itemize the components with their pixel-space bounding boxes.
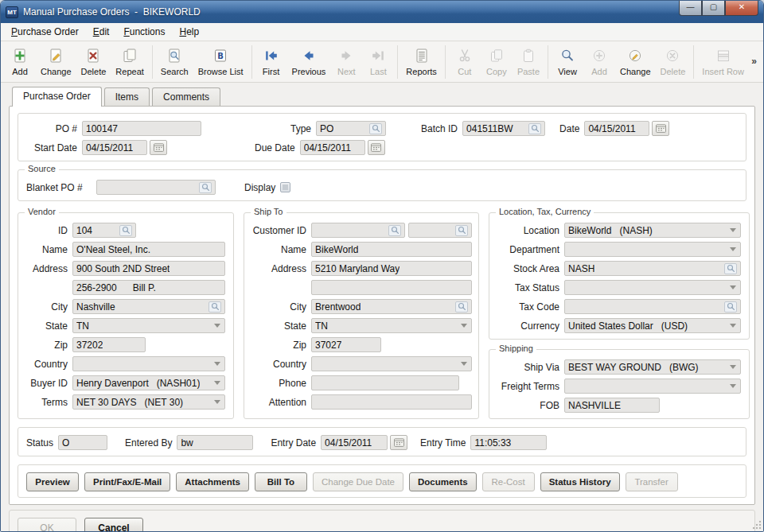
- phone-field[interactable]: [311, 375, 459, 390]
- customer-ship-id-lookup-icon[interactable]: [455, 225, 468, 236]
- due-date-field[interactable]: 04/15/2011: [300, 140, 365, 155]
- vendor-city-field[interactable]: Nashville: [72, 299, 225, 314]
- location-dropdown[interactable]: BikeWorld (NASH): [564, 223, 741, 238]
- maximize-button[interactable]: ▢: [702, 1, 725, 16]
- customer-ship-id-field[interactable]: [408, 223, 472, 238]
- ship-to-country-dropdown[interactable]: [311, 356, 472, 371]
- freight-terms-dropdown[interactable]: [564, 379, 741, 394]
- customer-id-lookup-icon[interactable]: [388, 225, 401, 236]
- type-field[interactable]: PO: [316, 121, 386, 136]
- resize-grip[interactable]: [752, 520, 762, 530]
- chevron-down-icon[interactable]: [729, 382, 737, 390]
- chevron-down-icon[interactable]: [213, 379, 221, 387]
- currency-dropdown[interactable]: United States Dollar (USD): [564, 318, 741, 333]
- ship-to-address2-field[interactable]: [311, 280, 472, 295]
- vendor-city-lookup-icon[interactable]: [209, 301, 221, 313]
- department-dropdown[interactable]: [564, 242, 741, 257]
- toolbar-change-row-button[interactable]: Change: [615, 45, 656, 79]
- tax-status-dropdown[interactable]: [564, 280, 741, 295]
- attachments-button[interactable]: Attachments: [176, 472, 249, 491]
- first-record-icon: [263, 48, 279, 66]
- blanket-po-field[interactable]: [96, 180, 216, 195]
- stock-area-lookup-icon[interactable]: [724, 263, 737, 274]
- tax-code-field[interactable]: [564, 299, 741, 314]
- print-fax-email-button[interactable]: Print/Fax/E-Mail: [84, 472, 170, 491]
- documents-button[interactable]: Documents: [409, 472, 477, 491]
- date-calendar-button[interactable]: [652, 121, 669, 136]
- batch-lookup-icon[interactable]: [528, 123, 541, 134]
- entry-date-calendar-button[interactable]: [390, 435, 407, 450]
- toolbar-overflow-chevron[interactable]: »: [751, 56, 757, 67]
- buyer-id-dropdown[interactable]: Henry Davenport (NASH01): [72, 375, 225, 390]
- cancel-button[interactable]: Cancel: [84, 518, 143, 532]
- entry-date-field[interactable]: 04/15/2011: [321, 435, 388, 450]
- status-history-button[interactable]: Status History: [540, 472, 620, 491]
- toolbar-search-button[interactable]: Search: [156, 45, 193, 79]
- display-checkbox[interactable]: [280, 182, 290, 192]
- vendor-id-field[interactable]: 104: [72, 223, 136, 238]
- status-field[interactable]: O: [58, 435, 107, 450]
- toolbar-repeat-button[interactable]: Repeat: [111, 45, 148, 79]
- chevron-down-icon[interactable]: [460, 322, 468, 330]
- toolbar-change-button[interactable]: Change: [36, 45, 76, 79]
- menu-item-help[interactable]: Help: [172, 24, 206, 40]
- toolbar-delete-button[interactable]: Delete: [76, 45, 111, 79]
- ship-to-name-field[interactable]: BikeWorld: [311, 242, 472, 257]
- ship-to-state-dropdown[interactable]: TN: [311, 318, 472, 333]
- bill-to-button[interactable]: Bill To: [255, 472, 307, 491]
- entry-time-field[interactable]: 11:05:33: [470, 435, 547, 450]
- type-lookup-icon[interactable]: [369, 123, 382, 134]
- vendor-name-field[interactable]: O'Neal Steel, Inc.: [72, 242, 225, 257]
- toolbar-reports-button[interactable]: Reports: [401, 45, 442, 79]
- chevron-down-icon[interactable]: [729, 322, 737, 330]
- toolbar-previous-button[interactable]: Previous: [287, 45, 331, 79]
- fob-field[interactable]: NASHVILLE: [564, 398, 660, 413]
- vendor-country-dropdown[interactable]: [72, 356, 225, 371]
- tab-comments[interactable]: Comments: [152, 87, 220, 106]
- ship-to-city-field[interactable]: Brentwood: [311, 299, 472, 314]
- vendor-zip-field[interactable]: 37202: [72, 337, 146, 352]
- ship-to-city-lookup-icon[interactable]: [455, 301, 468, 313]
- ship-via-dropdown[interactable]: BEST WAY GROUND (BWG): [564, 359, 741, 375]
- menu-item-edit[interactable]: Edit: [86, 24, 117, 40]
- chevron-down-icon[interactable]: [213, 398, 221, 406]
- ship-to-zip-field[interactable]: 37027: [311, 337, 381, 352]
- tab-purchase-order[interactable]: Purchase Order: [12, 87, 102, 107]
- chevron-down-icon[interactable]: [213, 322, 221, 330]
- vendor-id-lookup-icon[interactable]: [119, 225, 132, 236]
- vendor-state-dropdown[interactable]: TN: [72, 318, 225, 333]
- preview-button[interactable]: Preview: [26, 472, 79, 491]
- po-number-field[interactable]: 100147: [82, 121, 201, 136]
- entered-by-field[interactable]: bw: [177, 435, 253, 450]
- batch-id-field[interactable]: 041511BW: [462, 121, 545, 136]
- date-field[interactable]: 04/15/2011: [584, 121, 649, 136]
- start-date-field[interactable]: 04/15/2011: [82, 140, 147, 155]
- blanket-po-lookup-icon[interactable]: [199, 182, 212, 193]
- menu-item-functions[interactable]: Functions: [116, 24, 172, 40]
- minimize-button[interactable]: —: [679, 1, 702, 16]
- toolbar-browse-list-button[interactable]: B Browse List: [193, 45, 248, 79]
- tax-code-lookup-icon[interactable]: [724, 301, 737, 313]
- ship-to-address-field[interactable]: 5210 Maryland Way: [311, 261, 472, 276]
- customer-id-field[interactable]: [311, 223, 405, 238]
- chevron-down-icon[interactable]: [213, 360, 221, 368]
- content-area: Purchase Order Items Comments PO # 10014…: [1, 83, 763, 532]
- toolbar-view-button[interactable]: View: [552, 45, 583, 79]
- stock-area-field[interactable]: NASH: [564, 261, 741, 276]
- menu-item-purchase-order[interactable]: Purchase Order: [4, 24, 86, 40]
- due-date-calendar-button[interactable]: [368, 140, 385, 155]
- chevron-down-icon[interactable]: [729, 246, 737, 254]
- close-button[interactable]: ✕: [725, 1, 758, 16]
- chevron-down-icon[interactable]: [729, 284, 737, 292]
- toolbar-add-button[interactable]: Add: [4, 45, 36, 79]
- terms-dropdown[interactable]: NET 30 DAYS (NET 30): [72, 394, 225, 410]
- vendor-address-field[interactable]: 900 South 2ND Street: [72, 261, 225, 276]
- chevron-down-icon[interactable]: [729, 363, 737, 371]
- tab-items[interactable]: Items: [104, 87, 150, 106]
- attention-field[interactable]: [311, 394, 472, 410]
- chevron-down-icon[interactable]: [460, 360, 468, 368]
- chevron-down-icon[interactable]: [729, 227, 737, 235]
- start-date-calendar-button[interactable]: [150, 140, 167, 155]
- toolbar-first-button[interactable]: First: [255, 45, 287, 79]
- vendor-address2-field[interactable]: 256-2900 Bill P.: [72, 280, 225, 295]
